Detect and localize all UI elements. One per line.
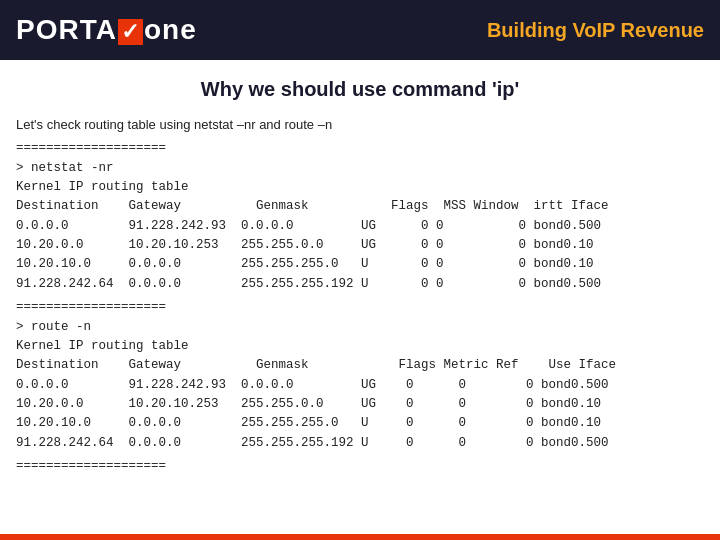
netstat-cmd: > netstat -nr bbox=[16, 159, 704, 178]
section-netstat: > netstat -nr Kernel IP routing table De… bbox=[16, 159, 704, 295]
intro-line: Let's check routing table using netstat … bbox=[16, 115, 704, 135]
footer-bar bbox=[0, 534, 720, 540]
route-table-title: Kernel IP routing table bbox=[16, 337, 704, 356]
header: PORTA✓one Building VoIP Revenue bbox=[0, 0, 720, 60]
tagline: Building VoIP Revenue bbox=[487, 19, 704, 42]
logo-porta: PORTA bbox=[16, 14, 117, 45]
netstat-row-1: 0.0.0.0 91.228.242.93 0.0.0.0 UG 0 0 0 b… bbox=[16, 217, 704, 236]
separator-2: ==================== bbox=[16, 298, 704, 317]
route-row-3: 10.20.10.0 0.0.0.0 255.255.255.0 U 0 0 0… bbox=[16, 414, 704, 433]
netstat-row-2: 10.20.0.0 10.20.10.253 255.255.0.0 UG 0 … bbox=[16, 236, 704, 255]
netstat-table-header: Destination Gateway Genmask Flags MSS Wi… bbox=[16, 197, 704, 216]
separator-3: ==================== bbox=[16, 457, 704, 476]
content-area: Let's check routing table using netstat … bbox=[16, 115, 704, 477]
netstat-rows: 0.0.0.0 91.228.242.93 0.0.0.0 UG 0 0 0 b… bbox=[16, 217, 704, 295]
logo-one: one bbox=[144, 14, 197, 45]
route-row-1: 0.0.0.0 91.228.242.93 0.0.0.0 UG 0 0 0 b… bbox=[16, 376, 704, 395]
netstat-row-3: 10.20.10.0 0.0.0.0 255.255.255.0 U 0 0 0… bbox=[16, 255, 704, 274]
route-cmd: > route -n bbox=[16, 318, 704, 337]
section-route: > route -n Kernel IP routing table Desti… bbox=[16, 318, 704, 454]
logo: PORTA✓one bbox=[16, 14, 197, 46]
route-table-header: Destination Gateway Genmask Flags Metric… bbox=[16, 356, 704, 375]
route-row-4: 91.228.242.64 0.0.0.0 255.255.255.192 U … bbox=[16, 434, 704, 453]
route-rows: 0.0.0.0 91.228.242.93 0.0.0.0 UG 0 0 0 b… bbox=[16, 376, 704, 454]
netstat-table-title: Kernel IP routing table bbox=[16, 178, 704, 197]
separator-1: ==================== bbox=[16, 139, 704, 158]
slide-title: Why we should use command 'ip' bbox=[16, 78, 704, 101]
main-content: Why we should use command 'ip' Let's che… bbox=[0, 60, 720, 487]
netstat-row-4: 91.228.242.64 0.0.0.0 255.255.255.192 U … bbox=[16, 275, 704, 294]
route-row-2: 10.20.0.0 10.20.10.253 255.255.0.0 UG 0 … bbox=[16, 395, 704, 414]
logo-checkmark: ✓ bbox=[118, 19, 143, 45]
logo-text: PORTA✓one bbox=[16, 14, 197, 46]
